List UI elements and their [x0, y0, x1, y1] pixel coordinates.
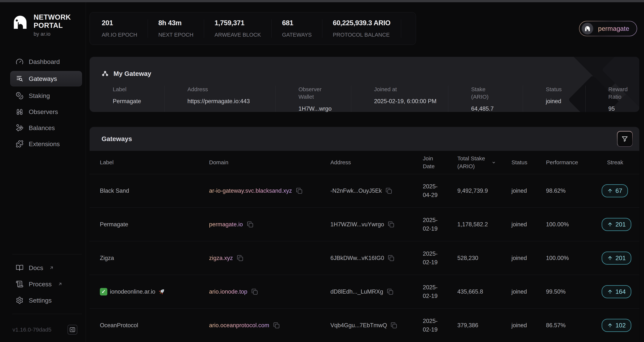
funnel-filter-icon — [621, 135, 628, 143]
sidebar-nav: Dashboard Gateways Staking Observers Bal… — [0, 55, 82, 151]
sidebar-item-observers[interactable]: Observers — [10, 105, 82, 118]
sidebar-item-extensions[interactable]: Extensions — [10, 137, 82, 151]
chevron-down-icon — [491, 160, 496, 165]
copy-icon — [388, 221, 394, 228]
sidebar-item-label: Docs — [29, 264, 43, 272]
table-header-row: Label Domain Address Join Date Total Sta… — [90, 151, 639, 174]
stat-ario-epoch: 201 AR.IO EPOCH — [102, 20, 148, 38]
gateway-performance: 86.57% — [546, 322, 596, 329]
gateway-label: ionodeonline.ar.io — [110, 288, 155, 295]
gateway-performance: 99.50% — [546, 288, 596, 295]
avatar — [582, 23, 593, 34]
stat-value: 201 — [102, 19, 137, 27]
streak-value: 102 — [616, 322, 626, 329]
network-nodes-icon — [102, 70, 109, 77]
copy-address-button[interactable] — [388, 221, 394, 228]
copy-icon — [246, 221, 254, 228]
gateway-status: joined — [512, 188, 546, 194]
sidebar: NETWORK PORTAL by ar.io Dashboard Gatewa… — [0, 2, 86, 342]
gateway-domain-link[interactable]: zigza.xyz — [209, 254, 233, 262]
column-header-domain[interactable]: Domain — [209, 159, 330, 165]
card-title: My Gateway — [114, 70, 151, 77]
field-label: Status — [546, 86, 578, 93]
sidebar-item-dashboard[interactable]: Dashboard — [10, 55, 82, 68]
sidebar-item-label: Extensions — [29, 140, 60, 148]
stat-label: GATEWAYS — [282, 32, 312, 38]
gear-icon — [16, 296, 24, 304]
gateway-address: Vqb4Ggu...7EbTmwQ — [330, 322, 387, 329]
gateway-join-date: 2025-04-29 — [423, 182, 442, 199]
arrow-up-icon — [607, 222, 613, 227]
sidebar-item-label: Staking — [29, 92, 50, 99]
arrow-up-icon — [607, 255, 613, 261]
sidebar-item-balances[interactable]: Balances — [10, 121, 82, 134]
sidebar-item-settings[interactable]: Settings — [10, 294, 82, 307]
gateway-label: Black Sand — [100, 188, 129, 194]
gateway-label: OceanProtocol — [100, 322, 138, 329]
gateway-domain-link[interactable]: ario.ionode.top — [209, 287, 247, 296]
column-header-label[interactable]: Label — [100, 159, 209, 165]
copy-icon — [390, 322, 398, 329]
table-row[interactable]: Black Sand ar-io-gateway.svc.blacksand.x… — [90, 174, 639, 208]
gateway-performance: 98.62% — [546, 188, 596, 194]
copy-domain-button[interactable] — [236, 255, 244, 262]
copy-domain-button[interactable] — [251, 288, 258, 295]
column-header-address[interactable]: Address — [330, 159, 423, 165]
arrow-up-icon — [607, 188, 613, 194]
field-value: 95 — [608, 105, 639, 112]
field-value: 64,485.7 — [471, 105, 523, 112]
column-header-join-date[interactable]: Join Date — [423, 154, 457, 170]
sidebar-collapse-button[interactable] — [68, 325, 77, 334]
gateway-total-stake: 9,492,739.9 — [457, 188, 512, 194]
stat-label: NEXT EPOCH — [158, 32, 194, 38]
profile-button[interactable]: permagate — [580, 21, 637, 36]
gateway-domain-link[interactable]: ario.oceanprotocol.com — [209, 321, 269, 330]
gateway-label: Zigza — [100, 255, 114, 261]
table-row[interactable]: OceanProtocol ario.oceanprotocol.com Vqb… — [90, 308, 639, 342]
column-header-total-stake[interactable]: Total Stake (ARIO) — [457, 154, 512, 170]
sidebar-item-gateways[interactable]: Gateways — [10, 71, 82, 86]
top-window-strip — [0, 0, 644, 2]
stat-next-epoch: 8h 43m NEXT EPOCH — [148, 20, 204, 38]
table-row[interactable]: ✓ ionodeonline.ar.io ario.ionode.top dD8… — [90, 275, 639, 308]
filter-button[interactable] — [617, 131, 632, 146]
rocket-emoji — [156, 286, 167, 297]
copy-domain-button[interactable] — [246, 221, 254, 228]
hand-coins-icon — [16, 124, 24, 132]
gateway-address: 1H7WZIW...vuYwrgo — [330, 221, 384, 228]
copy-domain-button[interactable] — [273, 322, 280, 329]
table-row[interactable]: Zigza zigza.xyz 6JBkDWw...vK16IG0 2025-0… — [90, 241, 639, 275]
column-header-streak[interactable]: Streak — [596, 159, 639, 165]
gateway-domain-link[interactable]: ar-io-gateway.svc.blacksand.xyz — [209, 187, 292, 195]
sidebar-item-label: Settings — [29, 297, 52, 304]
sidebar-divider — [12, 254, 82, 254]
field-value: Permagate — [113, 98, 164, 105]
column-header-status[interactable]: Status — [512, 159, 546, 165]
app-version: v1.16.0-79dad5 — [12, 326, 52, 333]
gateway-field-stake: Stake (ARIO) 64,485.7 — [448, 86, 523, 112]
copy-address-button[interactable] — [385, 187, 392, 194]
field-value: 2025-02-19, 6:00:00 PM — [374, 98, 448, 105]
field-label: Stake (ARIO) — [471, 86, 504, 101]
streak-badge: 102 — [602, 319, 631, 332]
stat-protocol-balance: 60,225,939.3 ARIO PROTOCOL BALANCE — [322, 20, 401, 38]
sidebar-item-label: Observers — [29, 108, 58, 115]
gateway-domain-link[interactable]: permagate.io — [209, 220, 243, 229]
external-link-icon — [58, 282, 62, 286]
copy-icon — [296, 187, 303, 194]
copy-address-button[interactable] — [386, 288, 394, 295]
field-value: 1H7W...wrgo — [298, 105, 351, 112]
column-header-performance[interactable]: Performance — [546, 159, 596, 165]
gateway-field-reward-ratio: Reward Ratio 95 — [586, 86, 639, 112]
copy-address-button[interactable] — [388, 255, 394, 262]
my-gateway-card: My Gateway Label Permagate Address https… — [90, 57, 639, 112]
top-bar: 201 AR.IO EPOCH 8h 43m NEXT EPOCH 1,759,… — [90, 12, 639, 45]
sidebar-item-staking[interactable]: Staking — [10, 89, 82, 102]
sidebar-item-docs[interactable]: Docs — [10, 261, 82, 275]
streak-badge: 67 — [602, 184, 628, 197]
table-row[interactable]: Permagate permagate.io 1H7WZIW...vuYwrgo… — [90, 208, 639, 241]
copy-address-button[interactable] — [390, 322, 398, 329]
sidebar-item-process[interactable]: Process — [10, 277, 82, 291]
table-titlebar: Gateways — [90, 127, 639, 151]
copy-domain-button[interactable] — [296, 187, 303, 194]
